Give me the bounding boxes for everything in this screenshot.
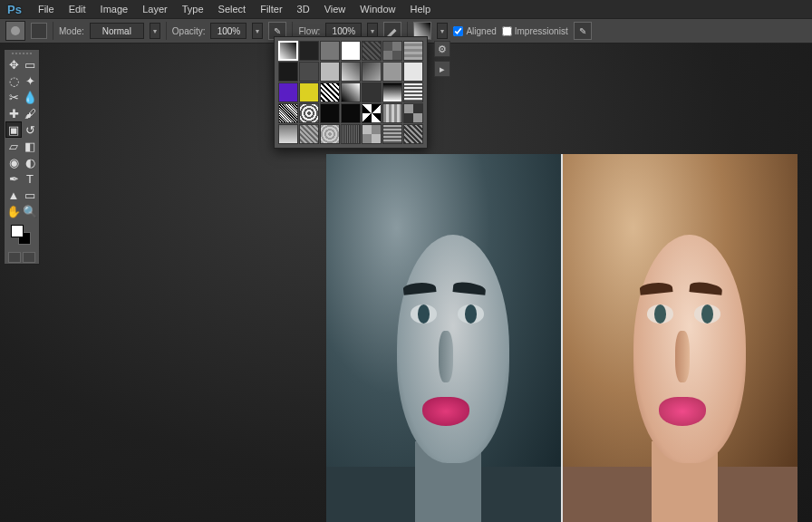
menu-image[interactable]: Image bbox=[93, 2, 136, 16]
pattern-swatch[interactable] bbox=[382, 82, 402, 102]
pattern-flyout-icon[interactable]: ▸ bbox=[434, 61, 450, 77]
blend-mode-chevron-icon[interactable]: ▾ bbox=[150, 23, 160, 39]
tool-move[interactable]: ✥ bbox=[5, 56, 22, 72]
tool-eraser[interactable]: ▱ bbox=[5, 138, 22, 154]
image-left-cool-tone bbox=[326, 154, 561, 522]
document-canvas[interactable] bbox=[326, 154, 798, 522]
tool-clone-stamp[interactable]: ▣ bbox=[5, 121, 22, 138]
tool-eyedropper[interactable]: 💧 bbox=[22, 89, 38, 105]
pattern-swatch[interactable] bbox=[320, 62, 340, 82]
separator bbox=[166, 22, 167, 40]
pattern-swatch[interactable] bbox=[362, 41, 382, 61]
pattern-picker-popup: ⚙ ▸ bbox=[274, 36, 428, 149]
tool-rectangle[interactable]: ▭ bbox=[22, 187, 38, 203]
pattern-swatch[interactable] bbox=[299, 82, 319, 102]
opacity-chevron-icon[interactable]: ▾ bbox=[252, 23, 263, 39]
pattern-swatch[interactable] bbox=[403, 124, 423, 144]
app-logo: Ps bbox=[4, 3, 25, 16]
pattern-swatch[interactable] bbox=[403, 62, 423, 82]
tool-pen[interactable]: ✒ bbox=[5, 170, 22, 187]
tool-zoom[interactable]: 🔍 bbox=[22, 203, 38, 219]
toggle-brush-panel-icon[interactable] bbox=[31, 23, 47, 39]
tool-dodge[interactable]: ◐ bbox=[22, 154, 38, 170]
pattern-swatch[interactable] bbox=[320, 41, 340, 61]
pattern-swatch[interactable] bbox=[362, 103, 382, 123]
toolbox: ✥▭◌✦✂💧✚🖌▣↺▱◧◉◐✒T▲▭✋🔍 bbox=[4, 49, 40, 265]
pattern-swatch[interactable] bbox=[320, 82, 340, 102]
tool-gradient[interactable]: ◧ bbox=[22, 138, 38, 154]
pattern-swatch[interactable] bbox=[382, 41, 402, 61]
pattern-swatch[interactable] bbox=[403, 41, 423, 61]
pattern-swatch[interactable] bbox=[341, 82, 361, 102]
pattern-swatch[interactable] bbox=[278, 103, 298, 123]
pattern-swatch[interactable] bbox=[341, 41, 361, 61]
pattern-swatch[interactable] bbox=[382, 124, 402, 144]
pattern-swatch[interactable] bbox=[299, 103, 319, 123]
menu-3d[interactable]: 3D bbox=[290, 2, 317, 16]
pattern-swatch[interactable] bbox=[299, 124, 319, 144]
pattern-swatch[interactable] bbox=[403, 82, 423, 102]
pattern-swatch[interactable] bbox=[299, 62, 319, 82]
tool-path-select[interactable]: ▲ bbox=[5, 187, 22, 203]
tool-brush[interactable]: 🖌 bbox=[22, 105, 38, 121]
aligned-label: Aligned bbox=[466, 26, 496, 36]
impressionist-checkbox-input[interactable] bbox=[502, 26, 512, 36]
separator bbox=[53, 22, 53, 40]
blend-mode-select[interactable]: Normal bbox=[90, 23, 144, 39]
menu-file[interactable]: File bbox=[31, 2, 62, 16]
brush-preset-picker[interactable] bbox=[5, 21, 25, 41]
pattern-swatch[interactable] bbox=[299, 41, 319, 61]
pattern-swatch[interactable] bbox=[278, 62, 298, 82]
opacity-input[interactable]: 100% bbox=[210, 23, 246, 39]
pattern-swatch[interactable] bbox=[341, 124, 361, 144]
tool-spot-heal[interactable]: ✚ bbox=[5, 105, 22, 121]
opacity-label: Opacity: bbox=[172, 26, 206, 36]
menu-select[interactable]: Select bbox=[211, 2, 254, 16]
pattern-swatch[interactable] bbox=[382, 62, 402, 82]
pattern-swatch[interactable] bbox=[382, 103, 402, 123]
image-right-warm-tone bbox=[563, 154, 798, 522]
aligned-checkbox-input[interactable] bbox=[453, 26, 463, 36]
menu-edit[interactable]: Edit bbox=[62, 2, 93, 16]
impressionist-checkbox[interactable]: Impressionist bbox=[502, 26, 568, 36]
tool-magic-wand[interactable]: ✦ bbox=[22, 72, 38, 89]
menu-layer[interactable]: Layer bbox=[135, 2, 175, 16]
tool-rect-marquee[interactable]: ▭ bbox=[22, 56, 38, 72]
tool-crop[interactable]: ✂ bbox=[5, 89, 22, 105]
tool-blur[interactable]: ◉ bbox=[5, 154, 22, 170]
pattern-grid bbox=[275, 37, 427, 148]
pattern-swatch[interactable] bbox=[320, 124, 340, 144]
menu-view[interactable]: View bbox=[317, 2, 353, 16]
pattern-swatch[interactable] bbox=[362, 62, 382, 82]
tool-lasso[interactable]: ◌ bbox=[5, 72, 22, 89]
pattern-swatch[interactable] bbox=[403, 103, 423, 123]
foreground-color-swatch[interactable] bbox=[11, 225, 24, 237]
pattern-picker-chevron-icon[interactable]: ▾ bbox=[437, 23, 448, 39]
flow-label: Flow: bbox=[298, 26, 320, 36]
mode-label: Mode: bbox=[59, 26, 84, 36]
pattern-swatch[interactable] bbox=[320, 103, 340, 123]
pattern-settings-icon[interactable]: ⚙ bbox=[434, 41, 450, 57]
menu-type[interactable]: Type bbox=[175, 2, 211, 16]
pattern-swatch[interactable] bbox=[278, 41, 298, 61]
tool-history-brush[interactable]: ↺ bbox=[22, 121, 38, 138]
impressionist-label: Impressionist bbox=[515, 26, 568, 36]
quick-mask-toggle[interactable] bbox=[5, 252, 38, 263]
pattern-swatch[interactable] bbox=[341, 103, 361, 123]
pattern-swatch[interactable] bbox=[362, 124, 382, 144]
menu-help[interactable]: Help bbox=[402, 2, 438, 16]
tool-type[interactable]: T bbox=[22, 170, 38, 187]
tool-hand[interactable]: ✋ bbox=[5, 203, 22, 219]
menu-window[interactable]: Window bbox=[353, 2, 402, 16]
menu-filter[interactable]: Filter bbox=[253, 2, 289, 16]
color-swatches[interactable] bbox=[5, 225, 38, 248]
aligned-checkbox[interactable]: Aligned bbox=[453, 26, 496, 36]
pattern-swatch[interactable] bbox=[362, 82, 382, 102]
pattern-swatch[interactable] bbox=[341, 62, 361, 82]
size-tablet-pressure-icon[interactable]: ✎ bbox=[574, 22, 592, 40]
menu-bar: Ps File Edit Image Layer Type Select Fil… bbox=[0, 0, 812, 18]
pattern-swatch[interactable] bbox=[278, 82, 298, 102]
pattern-swatch[interactable] bbox=[278, 124, 298, 144]
